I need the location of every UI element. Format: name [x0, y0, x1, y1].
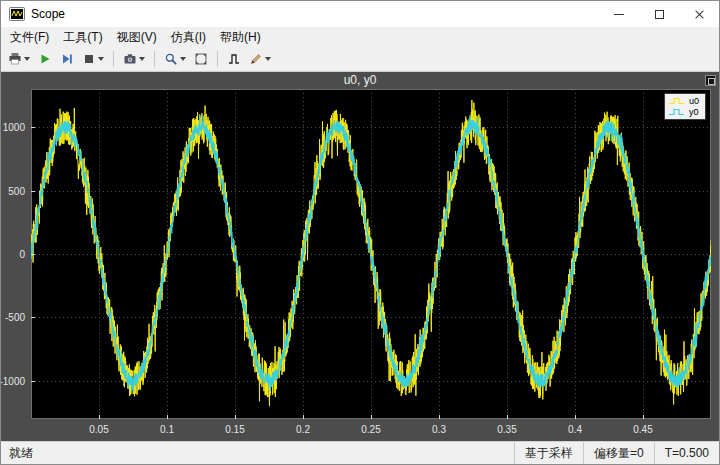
- menu-item-tools[interactable]: 工具(T): [56, 27, 109, 48]
- maximize-display-button[interactable]: [705, 75, 716, 86]
- chevron-down-icon: [180, 57, 186, 61]
- maximize-button[interactable]: [639, 1, 679, 27]
- menu-item-help[interactable]: 帮助(H): [213, 27, 268, 48]
- x-tick-label: 0.2: [296, 424, 310, 435]
- scope-window: Scope 文件(F)工具(T)视图(V)仿真(I)帮助(H): [0, 0, 720, 465]
- status-cell-offset: 偏移量=0: [583, 442, 654, 464]
- run-button[interactable]: [35, 48, 55, 70]
- chevron-down-icon: [265, 57, 271, 61]
- maximize-icon: [655, 10, 664, 19]
- x-tick-label: 0.3: [432, 424, 446, 435]
- legend-label: y0: [689, 107, 699, 117]
- minimize-icon: [614, 14, 624, 15]
- status-text: 就绪: [1, 442, 33, 464]
- legend-entry-y0: y0: [668, 107, 699, 117]
- zoom-icon: [164, 52, 178, 66]
- menu-item-view[interactable]: 视图(V): [110, 27, 164, 48]
- window-controls: [599, 1, 719, 27]
- status-cell-time: T=0.500: [654, 442, 719, 464]
- print-button[interactable]: [5, 48, 33, 70]
- y-axis-labels: 10005000-500-1000: [1, 89, 28, 419]
- stop-button[interactable]: [79, 48, 107, 70]
- x-tick-label: 0.1: [160, 424, 174, 435]
- fit-to-view-icon: [194, 52, 208, 66]
- scope-app-icon: [9, 7, 25, 21]
- style-icon: [249, 52, 263, 66]
- toolbar-separator: [217, 51, 218, 67]
- print-icon: [8, 52, 22, 66]
- zoom-button[interactable]: [161, 48, 189, 70]
- title-bar: Scope: [1, 1, 719, 27]
- chevron-down-icon: [98, 57, 104, 61]
- trigger-icon: [227, 52, 241, 66]
- x-axis-labels: 0.050.10.150.20.250.30.350.40.45: [31, 424, 711, 437]
- minimize-button[interactable]: [599, 1, 639, 27]
- style-button[interactable]: [246, 48, 274, 70]
- snapshot-icon: [123, 52, 137, 66]
- x-tick-label: 0.15: [225, 424, 244, 435]
- legend-line-sample: [668, 96, 685, 106]
- x-tick-label: 0.4: [568, 424, 582, 435]
- signal-plot-canvas: [31, 89, 711, 419]
- toolbar-separator: [113, 51, 114, 67]
- y-tick-label: -1000: [0, 375, 25, 386]
- step-forward-button[interactable]: [57, 48, 77, 70]
- menu-item-simulation[interactable]: 仿真(I): [164, 27, 213, 48]
- y-tick-label: -500: [5, 312, 25, 323]
- chevron-down-icon: [139, 57, 145, 61]
- close-button[interactable]: [679, 1, 719, 27]
- status-cells: 基于采样偏移量=0T=0.500: [514, 442, 719, 464]
- plot-title: u0, y0: [1, 73, 719, 87]
- plot-axes[interactable]: u0y0: [31, 89, 711, 419]
- x-tick-label: 0.35: [497, 424, 516, 435]
- legend-line-sample: [668, 107, 685, 117]
- legend-entry-u0: u0: [668, 96, 699, 106]
- window-title: Scope: [31, 7, 65, 21]
- x-tick-label: 0.25: [361, 424, 380, 435]
- scope-display: u0, y0 u0y0 10005000-500-1000 0.050.10.1…: [1, 72, 719, 441]
- y-tick-label: 0: [19, 249, 25, 260]
- toolbar: [1, 47, 719, 72]
- fit-to-view-button[interactable]: [191, 48, 211, 70]
- menu-item-file[interactable]: 文件(F): [3, 27, 56, 48]
- y-tick-label: 500: [8, 185, 25, 196]
- step-forward-icon: [60, 52, 74, 66]
- x-tick-label: 0.05: [89, 424, 108, 435]
- run-icon: [38, 52, 52, 66]
- stop-icon: [82, 52, 96, 66]
- trigger-button[interactable]: [224, 48, 244, 70]
- toolbar-separator: [154, 51, 155, 67]
- status-cell-sample-mode: 基于采样: [514, 442, 583, 464]
- close-icon: [694, 9, 705, 20]
- legend-label: u0: [689, 96, 699, 106]
- legend[interactable]: u0y0: [664, 93, 706, 120]
- snapshot-button[interactable]: [120, 48, 148, 70]
- status-bar: 就绪 基于采样偏移量=0T=0.500: [1, 441, 719, 464]
- chevron-down-icon: [24, 57, 30, 61]
- menu-bar: 文件(F)工具(T)视图(V)仿真(I)帮助(H): [1, 27, 719, 47]
- y-tick-label: 1000: [3, 122, 25, 133]
- x-tick-label: 0.45: [633, 424, 652, 435]
